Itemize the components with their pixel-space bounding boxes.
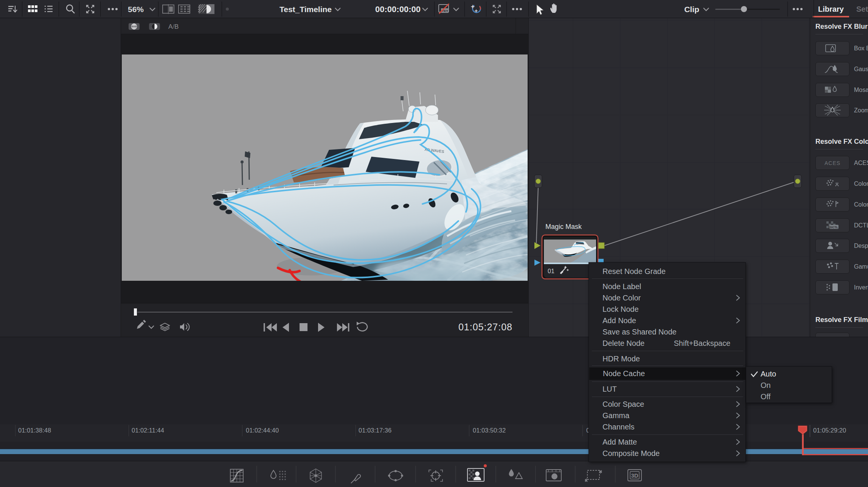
svg-text:01: 01 bbox=[548, 268, 554, 274]
svg-text:ACES: ACES bbox=[825, 160, 840, 166]
svg-text:56%: 56% bbox=[128, 5, 144, 14]
svg-text:01:03:17:36: 01:03:17:36 bbox=[359, 427, 391, 434]
svg-text:A/B: A/B bbox=[168, 23, 179, 30]
svg-text:00:00:00:00: 00:00:00:00 bbox=[375, 5, 421, 14]
svg-text:01:05:27:08: 01:05:27:08 bbox=[458, 322, 512, 332]
svg-text:Test_Timeline: Test_Timeline bbox=[279, 5, 332, 14]
svg-text:01:02:11:44: 01:02:11:44 bbox=[132, 427, 164, 434]
svg-text:01:05:29:20: 01:05:29:20 bbox=[813, 427, 846, 434]
svg-text:3D: 3D bbox=[631, 472, 638, 479]
svg-text:Magic Mask: Magic Mask bbox=[545, 223, 582, 230]
svg-text:DCTL: DCTL bbox=[830, 226, 838, 229]
svg-text:Library: Library bbox=[818, 5, 844, 13]
svg-text:Settings: Settings bbox=[856, 5, 868, 13]
svg-text:01:01:38:48: 01:01:38:48 bbox=[18, 427, 51, 434]
svg-text:Clip: Clip bbox=[684, 5, 699, 14]
svg-text:01:02:44:40: 01:02:44:40 bbox=[246, 427, 279, 434]
svg-text:01:03:50:32: 01:03:50:32 bbox=[473, 427, 506, 434]
